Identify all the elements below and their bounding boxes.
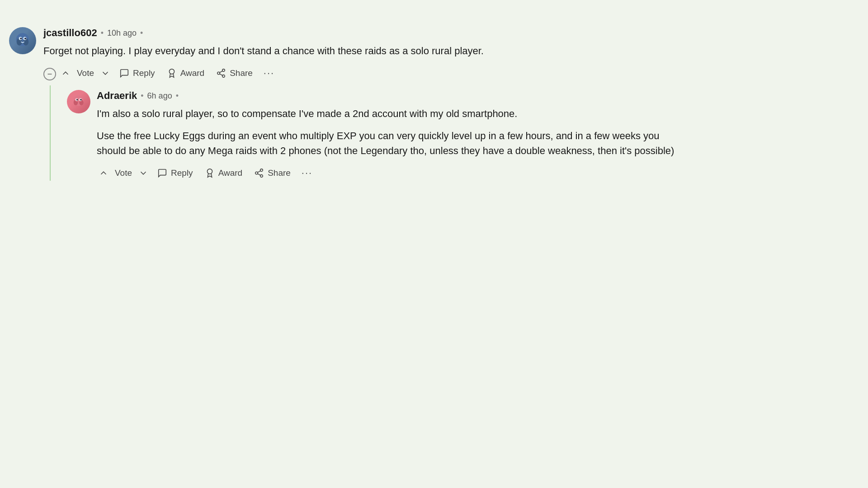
comment-meta: jcastillo602 • 10h ago •: [43, 27, 687, 39]
more-button[interactable]: ···: [260, 66, 278, 81]
reply-award-button[interactable]: Award: [200, 165, 247, 181]
reply-button[interactable]: Reply: [115, 66, 160, 81]
reply-content-area: Adraerik • 6h ago • I'm also a solo rura…: [51, 85, 687, 181]
svg-point-24: [260, 175, 263, 178]
reply-avatar: [67, 90, 90, 113]
reply-share-button[interactable]: Share: [250, 165, 295, 181]
reply-vote-label: Vote: [115, 168, 132, 178]
svg-point-20: [80, 99, 82, 100]
reply-timestamp: 6h ago: [147, 91, 172, 101]
svg-point-19: [76, 99, 78, 100]
svg-point-22: [260, 169, 263, 172]
reply-reply-label: Reply: [171, 168, 193, 178]
reply-award-label: Award: [218, 168, 243, 178]
reply-text-2: Use the free Lucky Eggs during an event …: [97, 128, 687, 158]
svg-line-12: [220, 74, 222, 75]
comment-body: jcastillo602 • 10h ago • Forget not play…: [43, 27, 687, 81]
reply-label: Reply: [133, 68, 155, 78]
reply-comment: Adraerik • 6h ago • I'm also a solo rura…: [67, 85, 687, 181]
downvote-button[interactable]: [99, 66, 112, 81]
comment-text: Forget not playing. I play everyday and …: [43, 43, 667, 58]
upvote-button[interactable]: [59, 66, 72, 81]
svg-point-10: [217, 72, 220, 75]
svg-point-11: [222, 75, 225, 78]
reply-dot2: •: [176, 91, 179, 101]
svg-line-25: [258, 174, 260, 175]
dot-separator2: •: [140, 28, 143, 38]
svg-line-13: [220, 71, 222, 73]
action-bar: Vote Reply: [43, 66, 687, 81]
replies-container: Adraerik • 6h ago • I'm also a solo rura…: [43, 85, 687, 181]
reply-reply-button[interactable]: Reply: [153, 165, 198, 181]
reply-share-label: Share: [268, 168, 291, 178]
svg-line-26: [258, 171, 260, 173]
svg-point-23: [255, 172, 258, 174]
reply-action-bar: Vote Reply: [97, 165, 687, 181]
reply-username: Adraerik: [97, 90, 137, 102]
share-button[interactable]: Share: [212, 66, 257, 81]
collapse-button[interactable]: [43, 68, 56, 80]
reply-more-button[interactable]: ···: [298, 165, 316, 181]
reply-dot1: •: [141, 91, 143, 101]
svg-point-5: [20, 38, 22, 39]
award-label: Award: [180, 68, 205, 78]
svg-point-6: [24, 38, 26, 39]
share-label: Share: [230, 68, 253, 78]
reply-upvote-button[interactable]: [97, 165, 110, 181]
svg-point-9: [222, 69, 225, 72]
timestamp: 10h ago: [107, 28, 137, 38]
dot-separator: •: [101, 28, 104, 38]
svg-point-21: [207, 169, 212, 174]
username: jcastillo602: [43, 27, 97, 39]
main-comment: jcastillo602 • 10h ago • Forget not play…: [9, 27, 687, 81]
vote-label: Vote: [77, 68, 94, 78]
reply-downvote-button[interactable]: [137, 165, 150, 181]
comment-thread: jcastillo602 • 10h ago • Forget not play…: [9, 27, 687, 181]
reply-text-1: I'm also a solo rural player, so to comp…: [97, 106, 687, 121]
award-button[interactable]: Award: [162, 66, 209, 81]
reply-meta: Adraerik • 6h ago •: [97, 90, 687, 102]
avatar: [9, 27, 36, 54]
svg-point-8: [169, 69, 174, 74]
reply-body: Adraerik • 6h ago • I'm also a solo rura…: [97, 90, 687, 181]
